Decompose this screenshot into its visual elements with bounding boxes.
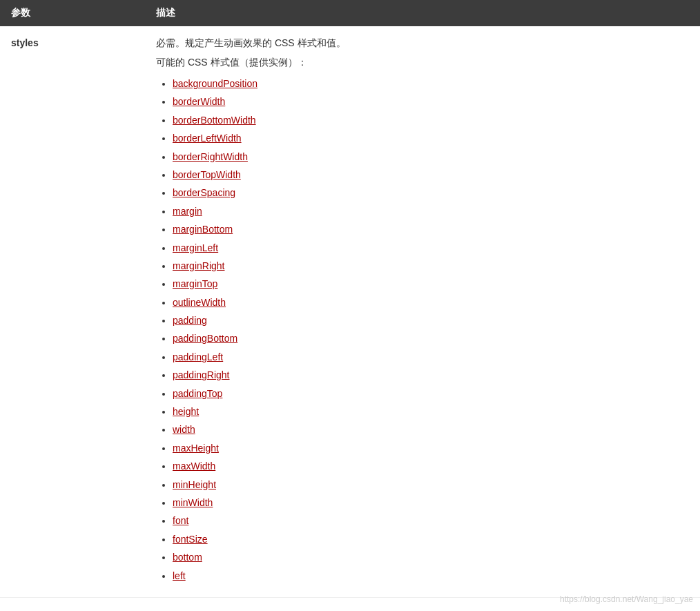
list-item: outlineWidth [173, 295, 689, 310]
desc-sub: 可能的 CSS 样式值（提供实例）： [156, 57, 689, 69]
list-item: fontSize [173, 532, 689, 547]
list-item: marginLeft [173, 240, 689, 255]
css-list: backgroundPositionborderWidthborderBotto… [156, 76, 689, 583]
list-item: backgroundPosition [173, 76, 689, 91]
desc-content: 必需。规定产生动画效果的 CSS 样式和值。 可能的 CSS 样式值（提供实例）… [145, 37, 700, 586]
list-item: minWidth [173, 495, 689, 510]
css-link-minwidth[interactable]: minWidth [173, 497, 213, 508]
css-link-paddingleft[interactable]: paddingLeft [173, 351, 223, 362]
css-link-bordertopwidth[interactable]: borderTopWidth [173, 169, 241, 180]
css-link-borderwidth[interactable]: borderWidth [173, 96, 225, 107]
list-item: borderTopWidth [173, 167, 689, 182]
list-item: font [173, 513, 689, 528]
css-link-margin[interactable]: margin [173, 206, 202, 217]
css-link-borderrightwidth[interactable]: borderRightWidth [173, 151, 248, 162]
css-link-width[interactable]: width [173, 424, 195, 435]
css-link-backgroundposition[interactable]: backgroundPosition [173, 78, 257, 89]
list-item: width [173, 422, 689, 437]
css-link-borderspacing[interactable]: borderSpacing [173, 187, 235, 198]
css-link-borderleftwidth[interactable]: borderLeftWidth [173, 133, 242, 144]
css-link-paddingright[interactable]: paddingRight [173, 369, 230, 380]
list-item: paddingRight [173, 367, 689, 382]
list-item: maxWidth [173, 458, 689, 474]
list-item: paddingLeft [173, 349, 689, 365]
header-desc: 描述 [145, 7, 700, 19]
list-item: marginTop [173, 276, 689, 291]
list-item: height [173, 404, 689, 419]
css-link-outlinewidth[interactable]: outlineWidth [173, 297, 226, 308]
list-item: paddingTop [173, 386, 689, 401]
css-link-maxheight[interactable]: maxHeight [173, 443, 219, 454]
css-link-bottom[interactable]: bottom [173, 552, 202, 563]
css-link-paddingbottom[interactable]: paddingBottom [173, 333, 237, 344]
list-item: borderRightWidth [173, 149, 689, 164]
css-link-marginbottom[interactable]: marginBottom [173, 224, 233, 235]
desc-intro: 必需。规定产生动画效果的 CSS 样式和值。 [156, 37, 689, 50]
list-item: paddingBottom [173, 331, 689, 346]
css-link-minheight[interactable]: minHeight [173, 479, 216, 490]
list-item: borderWidth [173, 94, 689, 109]
list-item: left [173, 568, 689, 583]
watermark: https://blog.csdn.net/Wang_jiao_yae [560, 594, 693, 604]
list-item: borderSpacing [173, 185, 689, 200]
css-link-padding[interactable]: padding [173, 315, 207, 326]
css-link-fontsize[interactable]: fontSize [173, 534, 208, 545]
header-param: 参数 [0, 7, 145, 19]
css-link-height[interactable]: height [173, 406, 199, 417]
css-link-font[interactable]: font [173, 515, 188, 526]
list-item: padding [173, 313, 689, 328]
list-item: marginRight [173, 258, 689, 273]
list-item: marginBottom [173, 222, 689, 237]
css-link-marginleft[interactable]: marginLeft [173, 242, 218, 253]
list-item: minHeight [173, 477, 689, 492]
css-link-left[interactable]: left [173, 570, 186, 581]
css-link-marginright[interactable]: marginRight [173, 260, 224, 271]
list-item: bottom [173, 550, 689, 565]
css-link-maxwidth[interactable]: maxWidth [173, 460, 215, 472]
list-item: maxHeight [173, 440, 689, 456]
list-item: margin [173, 204, 689, 219]
css-link-borderbottomwidth[interactable]: borderBottomWidth [173, 115, 256, 126]
css-link-margintop[interactable]: marginTop [173, 278, 217, 289]
param-name: styles [0, 37, 145, 586]
list-item: borderLeftWidth [173, 130, 689, 146]
css-link-paddingtop[interactable]: paddingTop [173, 388, 222, 399]
list-item: borderBottomWidth [173, 113, 689, 128]
